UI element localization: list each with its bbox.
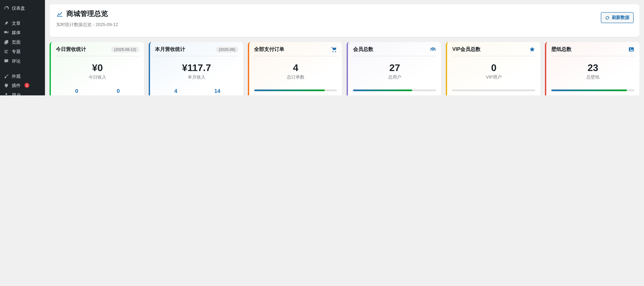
stat-card-value-label: 本月收入 bbox=[155, 74, 238, 80]
stat-card: 全部支付订单 4 总订单数 ¥117.7 累计收入 bbox=[248, 42, 342, 96]
stat-footer-label: 转化率 bbox=[523, 94, 535, 96]
stat-card-title: 壁纸总数 bbox=[551, 46, 572, 53]
sidebar-item[interactable]: 外观 bbox=[0, 71, 45, 81]
page-title: 商城管理总览 bbox=[56, 9, 633, 18]
users-icon bbox=[4, 92, 9, 96]
divider bbox=[254, 56, 337, 56]
stat-card-value-label: 总壁纸 bbox=[551, 74, 634, 80]
divider bbox=[452, 56, 535, 56]
stat-footer-value: ¥117.7 bbox=[254, 95, 268, 96]
sidebar-item-label: 页面 bbox=[12, 39, 20, 45]
page-subtitle: 实时统计数据总览 - 2025-09-12 bbox=[56, 22, 633, 28]
sidebar-item[interactable]: 专题 bbox=[0, 47, 45, 56]
stat-sub-value: 14 bbox=[196, 88, 238, 94]
stat-card-value-label: VIP用户 bbox=[452, 74, 535, 80]
stat-card-title: 全部支付订单 bbox=[254, 46, 284, 53]
comments-icon bbox=[4, 58, 9, 64]
app-window: 仪表盘 文章 媒体 页面 专题 bbox=[0, 0, 644, 96]
stat-footer-value: ↗ +14 bbox=[353, 95, 366, 96]
progress-bar bbox=[254, 90, 337, 91]
stat-card-value-label: 总订单数 bbox=[254, 74, 337, 80]
stat-card: VIP会员总数 0 VIP用户 0% 转化率 bbox=[446, 42, 540, 96]
sidebar-item[interactable]: 页面 bbox=[0, 37, 45, 47]
sidebar-item[interactable]: 媒体 bbox=[0, 28, 45, 38]
stat-sub-label: 本月订单 bbox=[155, 95, 196, 96]
stat-card-value: 27 bbox=[353, 62, 436, 73]
pages-icon bbox=[4, 40, 9, 44]
sidebar-item-label: 外观 bbox=[12, 74, 20, 79]
sidebar-item-label: 媒体 bbox=[12, 30, 20, 35]
stat-footer-label: 本月新增 bbox=[618, 94, 634, 96]
divider bbox=[551, 56, 634, 56]
stat-card-value: 0 bbox=[452, 62, 535, 73]
main-content: 商城管理总览 实时统计数据总览 - 2025-09-12 刷新数据 今日营收统计… bbox=[45, 0, 644, 96]
stat-card-value: ¥0 bbox=[56, 62, 139, 73]
stat-footer-label: 本月增长 bbox=[420, 94, 436, 96]
stat-card-footer: ¥117.7 累计收入 bbox=[254, 94, 337, 96]
stat-sub-value: 0 bbox=[98, 88, 139, 94]
stat-sub-columns: 0 今日订单 0 今日新用户 bbox=[56, 88, 139, 96]
plugin-icon bbox=[4, 83, 9, 88]
stat-sub-label: 今日订单 bbox=[56, 95, 98, 96]
stat-footer-value: 0% bbox=[452, 95, 459, 96]
stat-card: 本月营收统计 (2025-09) ¥117.7 本月收入 4 本月订单 14 bbox=[148, 42, 243, 96]
stat-card-title: 会员总数 bbox=[353, 46, 373, 53]
sidebar-item-label: 用户 bbox=[12, 92, 20, 96]
sidebar-item-label: 评论 bbox=[12, 58, 20, 64]
pin-icon bbox=[4, 20, 9, 26]
topics-icon bbox=[4, 49, 9, 54]
stat-sub-value: 0 bbox=[56, 88, 98, 94]
sidebar-item-label: 文章 bbox=[12, 20, 20, 26]
sidebar-item[interactable]: 评论 bbox=[0, 56, 45, 66]
stat-card-value-label: 今日收入 bbox=[56, 74, 139, 80]
sidebar-item[interactable]: 文章 bbox=[0, 18, 45, 28]
stat-card-footer: ↗ +14 本月增长 bbox=[353, 94, 436, 96]
stat-cards-row: 今日营收统计 (2025-09-12) ¥0 今日收入 0 今日订单 0 bbox=[50, 42, 640, 96]
sidebar-menu: 仪表盘 文章 媒体 页面 专题 bbox=[0, 3, 45, 96]
divider bbox=[56, 56, 139, 56]
people-icon bbox=[430, 46, 436, 52]
image-icon bbox=[628, 46, 634, 52]
sidebar-item[interactable]: 用户 bbox=[0, 90, 45, 96]
progress-fill bbox=[254, 90, 325, 91]
stat-card-title: 今日营收统计 bbox=[56, 46, 86, 53]
gauge-icon bbox=[4, 6, 9, 11]
stat-card-title: 本月营收统计 bbox=[155, 46, 185, 53]
stat-card-footer: ↗ +21 本月新增 bbox=[551, 94, 634, 96]
stat-footer-value: ↗ +21 bbox=[551, 95, 564, 96]
star-icon bbox=[529, 46, 535, 52]
sidebar-item-label: 插件 bbox=[12, 83, 20, 88]
media-icon bbox=[4, 30, 9, 35]
progress-fill bbox=[551, 90, 627, 91]
stat-sub-columns: 4 本月订单 14 本月新用户 bbox=[155, 88, 238, 96]
chart-line-icon bbox=[56, 10, 63, 17]
stat-card-footer: 0% 转化率 bbox=[452, 94, 535, 96]
stat-card-value: 23 bbox=[551, 62, 634, 73]
sidebar-item-label: 专题 bbox=[12, 49, 20, 54]
divider bbox=[155, 56, 238, 56]
stat-card-title: VIP会员总数 bbox=[452, 46, 480, 53]
stat-card-value: 4 bbox=[254, 62, 337, 73]
progress-fill bbox=[353, 90, 412, 91]
stat-card-date: (2025-09-12) bbox=[111, 46, 139, 52]
stat-footer-label: 累计收入 bbox=[320, 94, 337, 96]
stat-sub-label: 今日新用户 bbox=[98, 95, 139, 96]
progress-bar bbox=[353, 90, 436, 91]
progress-bar bbox=[551, 90, 634, 91]
stat-card-value-label: 总用户 bbox=[353, 74, 436, 80]
stat-card-value: ¥117.7 bbox=[155, 62, 238, 73]
refresh-button[interactable]: 刷新数据 bbox=[601, 12, 634, 23]
divider bbox=[353, 56, 436, 56]
stat-sub-label: 本月新用户 bbox=[196, 95, 238, 96]
stat-sub-value: 4 bbox=[155, 88, 196, 94]
page-header: 商城管理总览 实时统计数据总览 - 2025-09-12 刷新数据 bbox=[50, 4, 640, 37]
stat-card: 会员总数 27 总用户 ↗ +14 本月增长 bbox=[347, 42, 441, 96]
sidebar-item[interactable]: 仪表盘 bbox=[0, 3, 45, 13]
stat-card: 壁纸总数 23 总壁纸 ↗ +21 本月新增 bbox=[545, 42, 640, 96]
cart-icon bbox=[331, 46, 337, 52]
sidebar-item-label: 仪表盘 bbox=[12, 6, 25, 11]
appearance-icon bbox=[4, 74, 9, 78]
progress-bar bbox=[452, 90, 535, 91]
admin-sidebar: 仪表盘 文章 媒体 页面 专题 bbox=[0, 0, 45, 96]
sidebar-item[interactable]: 插件 1 bbox=[0, 81, 45, 90]
